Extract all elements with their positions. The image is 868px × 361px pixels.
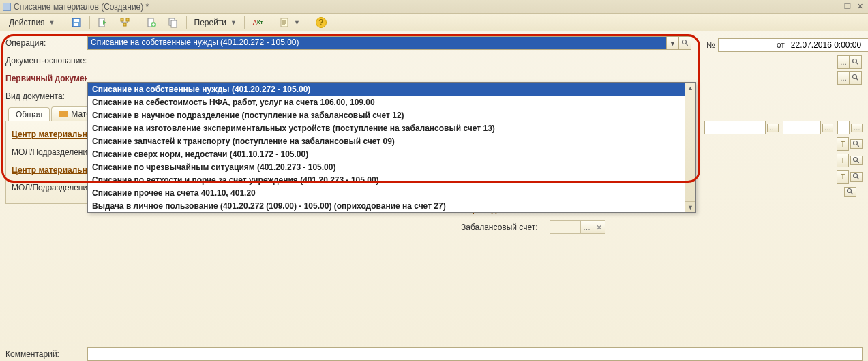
dropdown-scrollbar[interactable]: ▲ ▼ [685, 83, 695, 212]
t-button[interactable]: T [837, 154, 849, 167]
panel-field-1[interactable] [704, 121, 766, 134]
ellipsis-button[interactable]: … [581, 220, 593, 234]
search-icon [852, 156, 860, 164]
dropdown-item[interactable]: Списание сверх норм, недостачи (401.10.1… [88, 147, 685, 160]
search-button[interactable] [679, 36, 691, 50]
dropdown-item[interactable]: Списание на изготовление экспериментальн… [88, 121, 685, 134]
dropdown-item[interactable]: Списание на собственные нужды (401.20.27… [88, 83, 685, 96]
panel-field-2[interactable] [783, 121, 821, 134]
report-icon [279, 17, 290, 28]
goto-menu[interactable]: Перейти ▼ [190, 16, 241, 29]
number-field[interactable] [718, 38, 770, 52]
comment-label: Комментарий: [5, 349, 87, 359]
dropdown-item[interactable]: Списание в научное подразделение (поступ… [88, 109, 685, 121]
svg-rect-5 [126, 18, 129, 21]
search-button[interactable] [850, 55, 862, 69]
dropdown-item[interactable]: Выдача в личное пользование (401.20.272 … [88, 199, 685, 212]
ellipsis-button[interactable]: … [767, 124, 779, 132]
scroll-down[interactable]: ▼ [685, 201, 695, 212]
dropdown-item[interactable]: Списание по чрезвычайным ситуациям (401.… [88, 160, 685, 173]
search-button[interactable] [850, 71, 862, 85]
dropdown-toggle[interactable]: ▼ [667, 36, 679, 50]
tree-icon [119, 17, 130, 28]
primary-label: Первичный докумен [5, 74, 87, 83]
dropdown-list: Списание на собственные нужды (401.20.27… [88, 83, 685, 212]
dtkt-icon: АКт [252, 17, 263, 28]
report-button[interactable]: ▼ [274, 16, 305, 29]
search-button[interactable] [850, 172, 863, 182]
operation-dropdown[interactable]: Списание на собственные нужды (401.20.27… [87, 82, 696, 213]
help-button[interactable]: ? [311, 16, 331, 29]
ellipsis-button[interactable]: … [837, 55, 850, 69]
separator [138, 16, 138, 29]
basis-picker: … [837, 55, 862, 69]
svg-rect-11 [281, 18, 288, 27]
ellipsis-button[interactable]: … [822, 124, 834, 132]
scroll-up[interactable]: ▲ [685, 83, 695, 93]
structure-button[interactable] [115, 16, 135, 29]
offbalance-field[interactable]: … ✕ [550, 220, 605, 234]
offbalance-input[interactable] [550, 220, 581, 234]
save-button[interactable] [66, 16, 87, 29]
dropdown-item[interactable]: Списание на себестоимость НФА, работ, ус… [88, 96, 685, 109]
search-button[interactable] [850, 139, 863, 149]
minimize-button[interactable]: — [830, 2, 841, 12]
primary-picker: … [837, 71, 862, 85]
ellipsis-button[interactable]: … [837, 71, 850, 85]
svg-line-13 [685, 44, 687, 46]
operation-combo[interactable]: Списание на собственные нужды (401.20.27… [87, 36, 691, 50]
chevron-down-icon: ▼ [230, 19, 237, 26]
dtkt-button[interactable]: АКт [248, 16, 268, 29]
post-button[interactable] [93, 16, 113, 29]
close-button[interactable]: ✕ [854, 2, 865, 12]
svg-line-19 [856, 63, 858, 65]
separator [89, 16, 90, 29]
chevron-down-icon: ▼ [49, 19, 55, 26]
scroll-track[interactable] [685, 93, 695, 201]
search-icon [852, 58, 860, 66]
tab-general-label: Общая [16, 110, 42, 119]
date-field[interactable] [788, 38, 868, 52]
operation-input[interactable]: Списание на собственные нужды (401.20.27… [87, 36, 667, 50]
goto-label: Перейти [194, 18, 227, 27]
document-forward-icon [98, 17, 108, 28]
new-doc-button[interactable] [141, 16, 162, 29]
chevron-down-icon: ▼ [294, 19, 300, 26]
window-title: Списание материалов (Создание) * [14, 2, 149, 12]
separator [63, 16, 63, 29]
ellipsis-button[interactable]: … [851, 124, 863, 132]
dropdown-item[interactable]: Списание запчастей к транспорту (поступл… [88, 134, 685, 147]
clear-button[interactable]: ✕ [593, 220, 605, 234]
maximize-button[interactable]: ❐ [842, 2, 853, 12]
svg-rect-1 [74, 19, 79, 22]
svg-point-20 [853, 75, 857, 79]
search-button[interactable] [844, 187, 856, 197]
panel-field-3[interactable] [837, 121, 850, 134]
dropdown-item[interactable]: Списание по ветхости и порче за счет учр… [88, 173, 685, 186]
help-icon: ? [316, 17, 327, 28]
search-icon [681, 39, 689, 47]
svg-point-18 [853, 59, 857, 63]
titlebar: Списание материалов (Создание) * — ❐ ✕ [0, 0, 868, 14]
svg-line-21 [856, 78, 858, 81]
comment-input[interactable] [87, 347, 863, 361]
search-button[interactable] [850, 156, 863, 165]
footer: Комментарий: [5, 345, 863, 361]
document-new-icon [146, 17, 157, 28]
date-input[interactable] [788, 38, 868, 52]
search-icon [852, 173, 860, 181]
separator [308, 16, 308, 29]
search-icon [852, 74, 860, 82]
svg-line-25 [857, 161, 859, 163]
t-button[interactable]: T [837, 170, 849, 184]
actions-menu[interactable]: Действия ▼ [4, 16, 60, 29]
toolbar: Действия ▼ Перейти ▼ АКт [0, 14, 868, 31]
svg-point-24 [854, 158, 858, 162]
svg-line-23 [857, 145, 859, 147]
operation-label: Операция: [5, 38, 87, 48]
from-label: от [777, 40, 785, 50]
tab-general[interactable]: Общая [8, 107, 50, 121]
copy-doc-button[interactable] [163, 16, 183, 29]
dropdown-item[interactable]: Списание прочее на счета 401.10, 401.20 [88, 186, 685, 199]
t-button[interactable]: T [837, 137, 849, 151]
